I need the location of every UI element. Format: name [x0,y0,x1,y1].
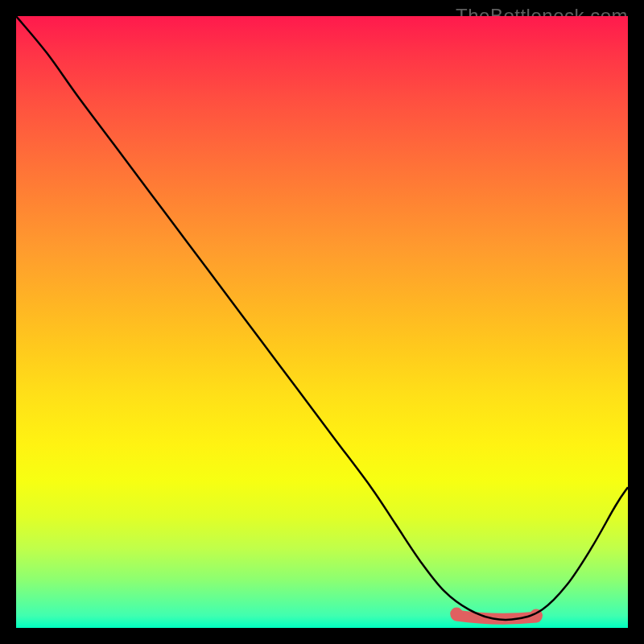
plot-area [16,16,628,628]
bottleneck-curve [16,16,628,620]
curve-svg [16,16,628,628]
optimal-region-left-dot [450,608,463,621]
chart-canvas: TheBottleneck.com [0,0,644,644]
